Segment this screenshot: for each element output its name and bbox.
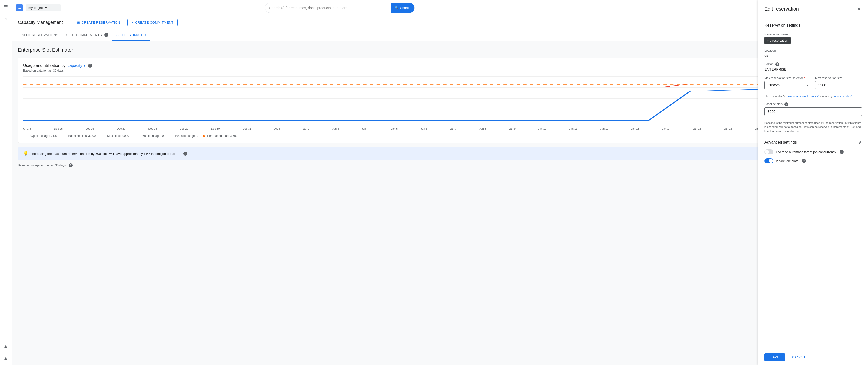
- baseline-slots-label-text: Baseline slots: [764, 102, 783, 106]
- commitments-link[interactable]: commitments ↗: [833, 95, 852, 98]
- menu-icon[interactable]: ☰: [1, 2, 11, 12]
- collapse-icon-2[interactable]: ▲: [1, 353, 11, 363]
- x-label: Dec 28: [148, 127, 157, 130]
- max-size-col: Max reservation size: [815, 76, 862, 89]
- edition-help-icon[interactable]: ?: [775, 62, 779, 66]
- x-label: Jan 11: [569, 127, 577, 130]
- chart-container: Usage and utilization by capacity ▾ ? Ba…: [18, 58, 862, 143]
- topbar: ☁ my-project ▾ 🔍 Search 🔔 ? ⚙ U: [12, 0, 868, 16]
- x-label: Dec 27: [117, 127, 126, 130]
- cancel-button[interactable]: CANCEL: [788, 353, 810, 361]
- ignore-idle-slots-toggle[interactable]: [764, 158, 773, 163]
- search-button[interactable]: 🔍 Search: [391, 3, 414, 13]
- max-size-row: Max reservation size selector Custom Aut…: [764, 76, 862, 89]
- x-label: Dec 25: [54, 127, 63, 130]
- legend-label-max: Max slots: 3,000: [107, 134, 129, 138]
- tab-slot-estimator[interactable]: SLOT ESTIMATOR: [113, 29, 150, 41]
- max-size-selector-col: Max reservation size selector Custom Aut…: [764, 76, 811, 89]
- chart-help-icon[interactable]: ?: [88, 64, 92, 67]
- max-size-selector-input[interactable]: Custom Auto: [764, 81, 811, 89]
- tab-slot-commitments[interactable]: SLOT COMMITMENTS ?: [62, 29, 113, 41]
- edition-group: Edition ? ENTERPRISE: [764, 62, 862, 71]
- search-bar: 🔍 Search: [265, 3, 414, 13]
- chart-svg: [23, 76, 857, 126]
- advanced-settings-header[interactable]: Advanced settings ∧: [764, 140, 862, 145]
- x-label: Dec 26: [86, 127, 94, 130]
- close-panel-button[interactable]: ✕: [856, 5, 862, 13]
- create-reservation-label: CREATE RESERVATION: [82, 21, 120, 24]
- helper-text-middle: , excluding: [819, 95, 833, 98]
- legend-label-p50: P50 slot usage: 0: [141, 134, 164, 138]
- helper-link1-text: maximum available slots: [786, 95, 816, 98]
- tab-slot-commitments-label: SLOT COMMITMENTS: [66, 33, 102, 37]
- slot-commitments-help-icon[interactable]: ?: [104, 33, 108, 37]
- tab-slot-estimator-label: SLOT ESTIMATOR: [116, 33, 146, 37]
- capacity-selector-button[interactable]: capacity ▾: [67, 63, 85, 68]
- ignore-idle-slots-help-icon[interactable]: ?: [802, 159, 806, 163]
- create-reservation-button[interactable]: ⊞ CREATE RESERVATION: [73, 19, 124, 26]
- search-input[interactable]: [269, 6, 391, 10]
- chart-header: Usage and utilization by capacity ▾ ?: [23, 63, 857, 68]
- advanced-settings-chevron-icon: ∧: [858, 140, 862, 145]
- max-size-selector-wrapper: Custom Auto: [764, 81, 811, 89]
- max-size-input[interactable]: [815, 81, 862, 89]
- logo-area: ☁: [16, 4, 23, 11]
- x-label: Dec 30: [211, 127, 220, 130]
- x-label: Jan 7: [450, 127, 457, 130]
- max-size-label: Max reservation size: [815, 76, 862, 80]
- reservation-name-value: my-reservation: [764, 37, 791, 44]
- edit-reservation-panel: Edit reservation ✕ Reservation settings …: [758, 0, 868, 365]
- helper-text-prefix: The reservation's: [764, 95, 786, 98]
- chart-subtitle: Based on data for last 30 days.: [23, 69, 857, 72]
- x-label: UTC-8: [23, 127, 31, 130]
- home-icon[interactable]: ⌂: [1, 14, 11, 24]
- info-box-help-icon[interactable]: i: [183, 152, 187, 156]
- baseline-slots-group: Baseline slots ?: [764, 102, 862, 116]
- baseline-slots-label: Baseline slots ?: [764, 102, 862, 107]
- save-button[interactable]: SAVE: [764, 353, 785, 361]
- override-concurrency-label: Override automatic target job concurrenc…: [776, 150, 836, 154]
- x-label: Jan 12: [600, 127, 608, 130]
- page-header: Capacity Management ⊞ CREATE RESERVATION…: [12, 16, 868, 29]
- tab-slot-reservations-label: SLOT RESERVATIONS: [22, 33, 58, 37]
- max-size-helper-text: The reservation's maximum available slot…: [764, 94, 862, 98]
- edition-value: ENTERPRISE: [764, 67, 862, 71]
- project-selector[interactable]: my-project ▾: [26, 4, 61, 11]
- x-label: Dec 29: [180, 127, 188, 130]
- panel-header: Edit reservation ✕: [758, 0, 868, 17]
- legend-baseline-slots: Baseline slots: 3,000: [62, 134, 96, 138]
- baseline-slots-input[interactable]: [764, 108, 862, 116]
- x-label: Jan 14: [662, 127, 670, 130]
- x-label: Jan 9: [509, 127, 516, 130]
- x-label: Jan 3: [332, 127, 339, 130]
- capacity-dropdown-icon: ▾: [83, 63, 85, 68]
- main-wrapper: ☁ my-project ▾ 🔍 Search 🔔 ? ⚙ U Capacity…: [12, 0, 868, 365]
- chart-svg-wrapper: [23, 76, 857, 126]
- based-on-help-icon[interactable]: ?: [68, 163, 72, 167]
- collapse-icon-1[interactable]: ▲: [1, 341, 11, 351]
- create-reservation-icon: ⊞: [77, 21, 80, 24]
- create-commitment-button[interactable]: + CREATE COMMITMENT: [127, 19, 178, 26]
- legend-line-max: [101, 135, 106, 136]
- x-label: Jan 13: [631, 127, 639, 130]
- dropdown-arrow-icon: ▾: [45, 6, 47, 10]
- advanced-settings-section: Advanced settings ∧ Override automatic t…: [764, 135, 862, 163]
- project-name: my-project: [28, 6, 43, 10]
- max-available-slots-link[interactable]: maximum available slots ↗: [786, 95, 819, 98]
- reservation-name-label: Reservation name: [764, 33, 862, 36]
- tab-slot-reservations[interactable]: SLOT RESERVATIONS: [18, 29, 62, 41]
- location-group: Location us: [764, 49, 862, 57]
- override-concurrency-help-icon[interactable]: ?: [840, 150, 843, 154]
- panel-title: Edit reservation: [764, 6, 799, 12]
- override-concurrency-row: Override automatic target job concurrenc…: [764, 149, 862, 154]
- override-concurrency-toggle[interactable]: [764, 149, 773, 154]
- max-size-selector-label: Max reservation size selector: [764, 76, 811, 80]
- legend-avg-slot-usage: Avg slot usage: 71.5: [23, 134, 57, 138]
- x-label: Jan 16: [724, 127, 732, 130]
- helper-text-suffix: .: [852, 95, 853, 98]
- header-actions: ⊞ CREATE RESERVATION + CREATE COMMITMENT: [73, 19, 178, 26]
- ignore-idle-slots-label: Ignore idle slots: [776, 159, 799, 163]
- baseline-slots-help-icon[interactable]: ?: [784, 102, 788, 107]
- left-navigation: ☰ ⌂ ▲ ▲: [0, 0, 12, 365]
- x-axis-labels: UTC-8 Dec 25 Dec 26 Dec 27 Dec 28 Dec 29…: [23, 127, 857, 130]
